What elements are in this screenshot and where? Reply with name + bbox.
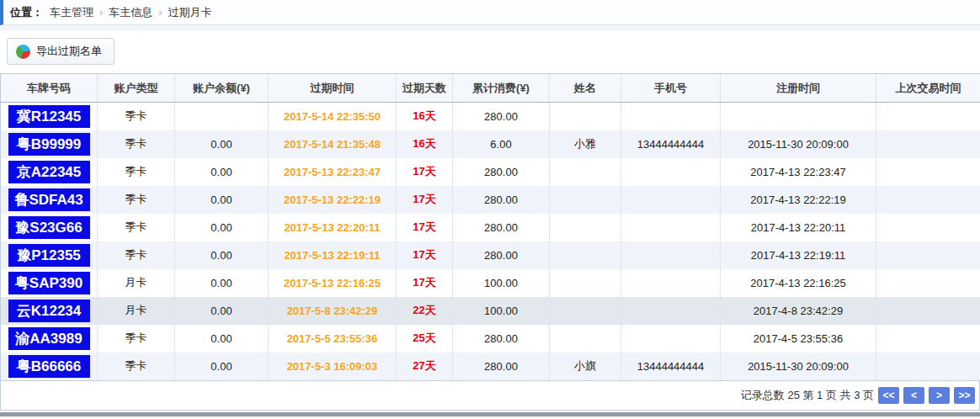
cell-last_trade_time xyxy=(876,297,980,325)
cell-phone xyxy=(621,214,721,241)
cell-expire_time: 2017-5-8 23:42:29 xyxy=(269,297,397,325)
license-plate-badge: 粤SAP390 xyxy=(8,272,90,294)
page-next-button[interactable]: > xyxy=(929,387,950,404)
cell-register_time: 2017-4-13 22:23:47 xyxy=(721,158,876,186)
col-header-phone: 手机号 xyxy=(621,74,721,103)
cell-expired_days: 17天 xyxy=(397,269,453,297)
export-expired-list-button[interactable]: 导出过期名单 xyxy=(7,38,115,65)
table-row[interactable]: 云K12234月卡0.002017-5-8 23:42:2922天100.002… xyxy=(1,297,980,325)
cell-balance: 0.00 xyxy=(175,325,269,353)
cell-expire_time: 2017-5-13 22:20:11 xyxy=(269,214,397,241)
cell-expired_days: 17天 xyxy=(397,241,453,269)
table-row[interactable]: 鲁SDFA43季卡0.002017-5-13 22:22:1917天280.00… xyxy=(1,186,980,214)
record-summary: 记录总数 25 第 1 页 共 3 页 xyxy=(741,388,874,403)
cell-plate: 渝AA3989 xyxy=(1,325,98,353)
cell-balance: 0.00 xyxy=(175,130,269,158)
cell-account_type: 月卡 xyxy=(98,297,175,325)
cell-account_type: 季卡 xyxy=(98,214,175,241)
license-plate-badge: 渝AA3989 xyxy=(8,327,90,350)
cell-phone xyxy=(621,241,721,269)
cell-expired_days: 17天 xyxy=(397,214,453,241)
table-row[interactable]: 粤B99999季卡0.002017-5-14 21:35:4816天6.00小雅… xyxy=(1,130,980,158)
col-header-total_spent: 累计消费(¥) xyxy=(453,74,550,103)
license-plate-badge: 豫S23G66 xyxy=(8,216,90,239)
license-plate-badge: 冀R12345 xyxy=(8,105,90,128)
cell-expired_days: 16天 xyxy=(397,103,453,130)
table-row[interactable]: 豫S23G66季卡0.002017-5-13 22:20:1117天280.00… xyxy=(1,214,980,241)
pagination-bar: 记录总数 25 第 1 页 共 3 页 <<<>>> xyxy=(0,380,980,411)
cell-balance: 0.00 xyxy=(175,214,269,241)
col-header-expired_days: 过期天数 xyxy=(397,74,453,103)
table-row[interactable]: 冀R12345季卡2017-5-14 22:35:5016天280.00 xyxy=(1,103,980,130)
breadcrumb-item-owner-management[interactable]: 车主管理 xyxy=(50,5,93,20)
cell-total_spent: 6.00 xyxy=(453,130,550,158)
cell-total_spent: 280.00 xyxy=(453,158,550,186)
cell-register_time: 2015-11-30 20:09:00 xyxy=(721,353,876,380)
cell-phone xyxy=(621,297,721,325)
page-last-button[interactable]: >> xyxy=(954,387,975,404)
cell-last_trade_time xyxy=(876,130,980,158)
cell-phone xyxy=(621,103,721,130)
col-header-balance: 账户余额(¥) xyxy=(175,74,269,103)
cell-register_time: 2017-4-8 23:42:29 xyxy=(721,297,876,325)
cell-account_type: 季卡 xyxy=(98,325,175,353)
cell-expire_time: 2017-5-13 22:19:11 xyxy=(269,241,397,269)
cell-phone xyxy=(621,269,721,297)
cell-last_trade_time xyxy=(876,186,980,214)
cell-expire_time: 2017-5-14 22:35:50 xyxy=(269,103,397,130)
table-row[interactable]: 豫P12355季卡0.002017-5-13 22:19:1117天280.00… xyxy=(1,241,980,269)
cell-name xyxy=(550,158,621,186)
license-plate-badge: 云K12234 xyxy=(8,300,90,322)
cell-total_spent: 280.00 xyxy=(453,103,550,130)
col-header-last_trade_time: 上次交易时间 xyxy=(876,74,980,103)
table-row[interactable]: 京A22345季卡0.002017-5-13 22:23:4717天280.00… xyxy=(1,158,980,186)
cell-total_spent: 280.00 xyxy=(453,186,550,214)
chevron-right-icon: › xyxy=(158,6,162,19)
cell-expire_time: 2017-5-3 16:09:03 xyxy=(269,353,397,380)
cell-name xyxy=(550,214,621,241)
cell-expired_days: 17天 xyxy=(397,186,453,214)
table-row[interactable]: 渝AA3989季卡0.002017-5-5 23:55:3625天280.002… xyxy=(1,325,980,353)
page-first-button[interactable]: << xyxy=(878,387,899,404)
cell-name: 小旗 xyxy=(550,353,621,380)
cell-expired_days: 16天 xyxy=(397,130,453,158)
col-header-name: 姓名 xyxy=(550,74,621,103)
cell-total_spent: 280.00 xyxy=(453,353,550,380)
export-button-label: 导出过期名单 xyxy=(36,44,102,59)
cell-last_trade_time xyxy=(876,269,980,297)
chevron-right-icon: › xyxy=(99,6,103,19)
cell-account_type: 季卡 xyxy=(98,158,175,186)
cell-name: 小雅 xyxy=(550,130,621,158)
cell-phone xyxy=(621,186,721,214)
cell-register_time: 2017-4-13 22:22:19 xyxy=(721,186,876,214)
expired-cards-table: 车牌号码账户类型账户余额(¥)过期时间过期天数累计消费(¥)姓名手机号注册时间上… xyxy=(0,73,980,380)
cell-name xyxy=(550,103,621,130)
cell-expired_days: 27天 xyxy=(397,353,453,380)
license-plate-badge: 京A22345 xyxy=(8,161,90,183)
cell-balance: 0.00 xyxy=(175,353,269,380)
cell-plate: 鲁SDFA43 xyxy=(1,186,98,214)
cell-last_trade_time xyxy=(876,214,980,241)
table-row[interactable]: 粤B66666季卡0.002017-5-3 16:09:0327天280.00小… xyxy=(1,353,980,380)
cell-total_spent: 280.00 xyxy=(453,241,550,269)
cell-balance: 0.00 xyxy=(175,158,269,186)
cell-last_trade_time xyxy=(876,158,980,186)
cell-last_trade_time xyxy=(876,103,980,130)
page: 位置： 车主管理 › 车主信息 › 过期月卡 导出过期名单 车牌号码账户类型账户… xyxy=(0,0,980,419)
table-row[interactable]: 粤SAP390月卡0.002017-5-13 22:16:2517天100.00… xyxy=(1,269,980,297)
cell-plate: 粤B99999 xyxy=(1,130,98,158)
cell-expire_time: 2017-5-5 23:55:36 xyxy=(269,325,397,353)
col-header-register_time: 注册时间 xyxy=(721,74,876,103)
cell-account_type: 季卡 xyxy=(98,353,175,380)
license-plate-badge: 豫P12355 xyxy=(8,244,90,267)
cell-balance: 0.00 xyxy=(175,269,269,297)
cell-plate: 冀R12345 xyxy=(1,103,98,130)
cell-account_type: 季卡 xyxy=(98,186,175,214)
pie-chart-icon xyxy=(16,45,30,59)
col-header-account_type: 账户类型 xyxy=(98,74,175,103)
cell-plate: 豫P12355 xyxy=(1,241,98,269)
cell-expire_time: 2017-5-13 22:22:19 xyxy=(269,186,397,214)
breadcrumb-item-owner-info[interactable]: 车主信息 xyxy=(109,5,152,20)
cell-expired_days: 22天 xyxy=(397,297,453,325)
page-prev-button[interactable]: < xyxy=(903,387,924,404)
